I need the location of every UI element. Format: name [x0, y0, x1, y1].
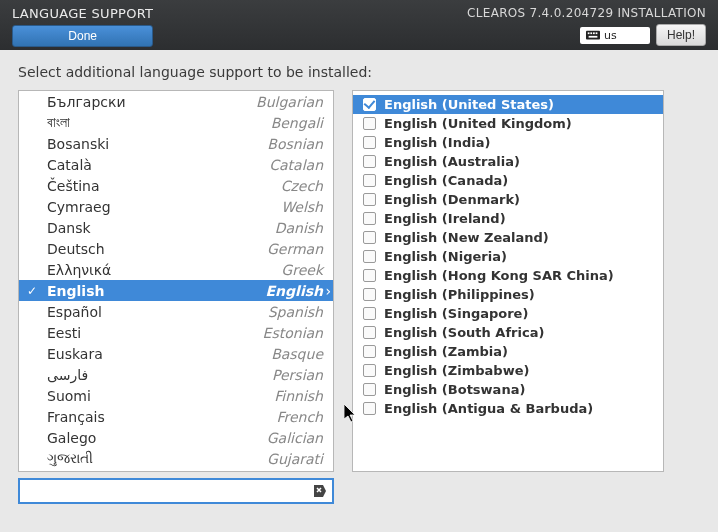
- locale-label: English (Denmark): [384, 192, 520, 207]
- language-row[interactable]: ગુજરાતીGujarati: [19, 448, 333, 469]
- header-bar: LANGUAGE SUPPORT Done CLEAROS 7.4.0.2047…: [0, 0, 718, 50]
- locale-checkbox[interactable]: [363, 174, 376, 187]
- locale-row[interactable]: English (Denmark): [353, 190, 663, 209]
- language-row[interactable]: ΕλληνικάGreek: [19, 259, 333, 280]
- locale-label: English (United Kingdom): [384, 116, 572, 131]
- locale-row[interactable]: English (Nigeria): [353, 247, 663, 266]
- language-row[interactable]: CymraegWelsh: [19, 196, 333, 217]
- locale-row[interactable]: English (United Kingdom): [353, 114, 663, 133]
- clear-search-icon[interactable]: [312, 483, 328, 499]
- locale-row[interactable]: English (Botswana): [353, 380, 663, 399]
- locale-row[interactable]: English (Philippines): [353, 285, 663, 304]
- locale-checkbox[interactable]: [363, 269, 376, 282]
- language-row[interactable]: বাংলাBengali: [19, 112, 333, 133]
- language-native-label: Euskara: [47, 346, 103, 362]
- language-native-label: Eesti: [47, 325, 81, 341]
- locale-row[interactable]: English (Antigua & Barbuda): [353, 399, 663, 418]
- locale-row[interactable]: English (New Zealand): [353, 228, 663, 247]
- language-native-label: Cymraeg: [47, 199, 111, 215]
- language-row[interactable]: EspañolSpanish: [19, 301, 333, 322]
- language-native-label: English: [47, 283, 104, 299]
- locale-row[interactable]: English (Hong Kong SAR China): [353, 266, 663, 285]
- locale-row[interactable]: English (Australia): [353, 152, 663, 171]
- language-native-label: Galego: [47, 430, 96, 446]
- language-row[interactable]: ✓EnglishEnglish›: [19, 280, 333, 301]
- locale-checkbox[interactable]: [363, 326, 376, 339]
- language-english-label: Basque: [271, 346, 323, 362]
- locale-row[interactable]: English (Canada): [353, 171, 663, 190]
- locale-row[interactable]: English (Ireland): [353, 209, 663, 228]
- language-english-label: Welsh: [281, 199, 323, 215]
- language-native-label: Deutsch: [47, 241, 105, 257]
- language-row[interactable]: DeutschGerman: [19, 238, 333, 259]
- language-row[interactable]: ČeštinaCzech: [19, 175, 333, 196]
- language-english-label: Galician: [267, 430, 323, 446]
- language-english-label: English: [266, 283, 323, 299]
- language-row[interactable]: EestiEstonian: [19, 322, 333, 343]
- language-row[interactable]: EuskaraBasque: [19, 343, 333, 364]
- locale-row[interactable]: English (United States): [353, 95, 663, 114]
- locale-label: English (Zambia): [384, 344, 508, 359]
- language-row[interactable]: BosanskiBosnian: [19, 133, 333, 154]
- language-row[interactable]: CatalàCatalan: [19, 154, 333, 175]
- language-native-label: ગુજરાતી: [47, 450, 93, 467]
- language-row[interactable]: हिंदीHindi: [19, 469, 333, 472]
- language-native-label: Dansk: [47, 220, 91, 236]
- locale-checkbox[interactable]: [363, 231, 376, 244]
- locale-list[interactable]: English (United States)English (United K…: [352, 90, 664, 472]
- language-english-label: Persian: [272, 367, 323, 383]
- locale-label: English (Hong Kong SAR China): [384, 268, 614, 283]
- locale-label: English (South Africa): [384, 325, 544, 340]
- language-row[interactable]: БългарскиBulgarian: [19, 91, 333, 112]
- language-list[interactable]: БългарскиBulgarianবাংলাBengaliBosanskiBo…: [18, 90, 334, 472]
- language-native-label: Български: [47, 94, 126, 110]
- locale-row[interactable]: English (Singapore): [353, 304, 663, 323]
- locale-checkbox[interactable]: [363, 117, 376, 130]
- language-row[interactable]: DanskDanish: [19, 217, 333, 238]
- language-english-label: Czech: [281, 178, 323, 194]
- svg-rect-0: [586, 31, 600, 40]
- locale-checkbox[interactable]: [363, 402, 376, 415]
- done-button[interactable]: Done: [12, 25, 153, 47]
- svg-rect-3: [593, 32, 595, 34]
- locale-checkbox[interactable]: [363, 345, 376, 358]
- locale-label: English (Zimbabwe): [384, 363, 529, 378]
- page-title: LANGUAGE SUPPORT: [12, 6, 153, 21]
- install-title: CLEAROS 7.4.0.204729 INSTALLATION: [467, 6, 706, 20]
- language-row[interactable]: فارسیPersian: [19, 364, 333, 385]
- locale-checkbox[interactable]: [363, 364, 376, 377]
- locale-row[interactable]: English (India): [353, 133, 663, 152]
- help-button[interactable]: Help!: [656, 24, 706, 46]
- language-row[interactable]: SuomiFinnish: [19, 385, 333, 406]
- keyboard-indicator[interactable]: us: [580, 27, 650, 44]
- locale-checkbox[interactable]: [363, 288, 376, 301]
- language-english-label: Finnish: [274, 388, 323, 404]
- locale-checkbox[interactable]: [363, 136, 376, 149]
- locale-checkbox[interactable]: [363, 383, 376, 396]
- locale-row[interactable]: English (Zimbabwe): [353, 361, 663, 380]
- language-native-label: Suomi: [47, 388, 91, 404]
- language-english-label: Estonian: [263, 325, 323, 341]
- locale-label: English (Nigeria): [384, 249, 507, 264]
- language-native-label: Català: [47, 157, 92, 173]
- locale-label: English (United States): [384, 97, 554, 112]
- search-input[interactable]: [18, 478, 334, 504]
- locale-row[interactable]: English (Zambia): [353, 342, 663, 361]
- language-row[interactable]: FrançaisFrench: [19, 406, 333, 427]
- locale-label: English (Australia): [384, 154, 520, 169]
- locale-checkbox[interactable]: [363, 193, 376, 206]
- language-english-label: Danish: [275, 220, 323, 236]
- locale-label: English (India): [384, 135, 490, 150]
- locale-label: English (Singapore): [384, 306, 528, 321]
- locale-checkbox[interactable]: [363, 98, 376, 111]
- locale-checkbox[interactable]: [363, 155, 376, 168]
- locale-checkbox[interactable]: [363, 212, 376, 225]
- language-native-label: فارسی: [47, 367, 88, 383]
- locale-label: English (Philippines): [384, 287, 535, 302]
- locale-label: English (Botswana): [384, 382, 525, 397]
- locale-checkbox[interactable]: [363, 250, 376, 263]
- locale-row[interactable]: English (South Africa): [353, 323, 663, 342]
- language-row[interactable]: GalegoGalician: [19, 427, 333, 448]
- locale-checkbox[interactable]: [363, 307, 376, 320]
- svg-rect-4: [596, 32, 598, 34]
